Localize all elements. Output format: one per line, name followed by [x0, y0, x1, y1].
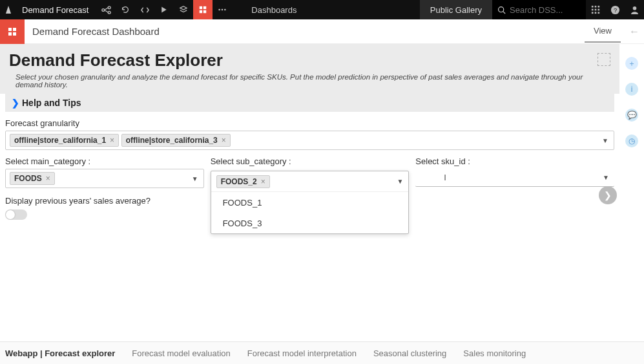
- sub-category-option[interactable]: FOODS_1: [211, 192, 409, 213]
- run-icon[interactable]: [154, 0, 174, 19]
- svg-rect-23: [8, 28, 12, 31]
- remove-chip-icon[interactable]: ×: [261, 177, 265, 186]
- slide-tab[interactable]: Seasonal clustering: [373, 348, 446, 358]
- remove-chip-icon[interactable]: ×: [222, 136, 226, 145]
- remove-chip-icon[interactable]: ×: [46, 174, 50, 183]
- main-category-select[interactable]: FOODS × ▼: [5, 169, 204, 188]
- slide-tab[interactable]: Forecast model interpretation: [247, 348, 357, 358]
- project-name-label[interactable]: Demand Forecast: [19, 5, 96, 15]
- chevron-down-icon: ▼: [602, 137, 608, 144]
- svg-rect-3: [200, 6, 202, 9]
- svg-point-22: [632, 6, 636, 10]
- svg-rect-26: [13, 32, 16, 36]
- flow-icon[interactable]: [96, 0, 116, 19]
- sku-label: Select sku_id :: [415, 156, 614, 166]
- refresh-icon[interactable]: [116, 0, 135, 19]
- app-logo-icon[interactable]: [0, 0, 19, 19]
- dashboard-title: Demand Forecast Dashboard: [25, 26, 160, 37]
- main-category-chip[interactable]: FOODS ×: [10, 172, 55, 185]
- svg-point-0: [102, 8, 105, 11]
- slide-tab[interactable]: Forecast model evaluation: [132, 348, 230, 358]
- chevron-down-icon: ▼: [397, 178, 403, 185]
- dashboard-icon[interactable]: [193, 0, 213, 19]
- chat-circle-icon[interactable]: 💬: [625, 109, 638, 122]
- chevron-down-icon: ▼: [192, 175, 198, 182]
- svg-rect-25: [8, 32, 12, 36]
- svg-point-2: [108, 11, 110, 14]
- chevron-down-icon: ▼: [603, 174, 609, 181]
- apps-grid-icon[interactable]: [586, 0, 605, 19]
- sub-category-select-open[interactable]: FOODS_2 × ▼ FOODS_1 FOODS_3: [211, 171, 410, 234]
- help-tips-toggle[interactable]: ❯ Help and Tips: [5, 94, 614, 112]
- svg-rect-16: [598, 9, 600, 11]
- svg-rect-13: [598, 6, 600, 8]
- svg-text:?: ?: [613, 7, 616, 14]
- dashboard-header: Demand Forecast Dashboard View ←: [0, 19, 644, 44]
- sales-average-toggle[interactable]: [5, 209, 27, 220]
- top-nav-bar: Demand Forecast Dashboards Public Galler…: [0, 0, 644, 19]
- svg-rect-6: [203, 10, 206, 13]
- sub-category-chip[interactable]: FOODS_2 ×: [216, 175, 270, 188]
- public-gallery-link[interactable]: Public Gallery: [420, 0, 492, 19]
- panel-description: Select your chosen granularity and analy…: [9, 70, 610, 91]
- slide-tabs: Webapp | Forecast explorer Forecast mode…: [0, 341, 644, 364]
- main-content: Demand Forecast Explorer Select your cho…: [0, 44, 619, 341]
- help-icon[interactable]: ?: [605, 0, 625, 19]
- granularity-chip[interactable]: offline|store_california_1 ×: [10, 134, 119, 147]
- remove-chip-icon[interactable]: ×: [110, 136, 114, 145]
- search-icon: [497, 6, 506, 14]
- search-input[interactable]: [510, 5, 581, 15]
- svg-rect-5: [200, 10, 202, 13]
- svg-point-10: [499, 6, 504, 12]
- svg-rect-24: [13, 28, 16, 31]
- svg-rect-11: [592, 6, 594, 8]
- expand-icon[interactable]: [597, 53, 610, 66]
- code-icon[interactable]: [135, 0, 154, 19]
- more-icon[interactable]: [213, 0, 232, 19]
- next-slide-button[interactable]: ❯: [599, 186, 617, 204]
- dashboard-tile-icon[interactable]: [0, 19, 25, 44]
- slide-tab[interactable]: Webapp | Forecast explorer: [5, 348, 115, 358]
- sku-select[interactable]: I ▼: [415, 169, 614, 187]
- svg-point-7: [219, 9, 221, 11]
- clock-circle-icon[interactable]: ◷: [625, 134, 638, 147]
- global-search[interactable]: [492, 0, 586, 19]
- svg-rect-17: [592, 12, 594, 14]
- svg-rect-12: [595, 6, 597, 8]
- svg-rect-14: [592, 9, 594, 11]
- svg-rect-19: [598, 12, 600, 14]
- sub-category-option[interactable]: FOODS_3: [211, 213, 409, 233]
- text-cursor-icon: I: [444, 173, 446, 182]
- granularity-chip[interactable]: offline|store_california_3 ×: [121, 134, 231, 147]
- svg-point-8: [222, 9, 223, 11]
- granularity-select[interactable]: offline|store_california_1 × offline|sto…: [5, 131, 614, 150]
- help-tips-label: Help and Tips: [22, 98, 81, 108]
- collapse-arrow-icon[interactable]: ←: [625, 26, 644, 37]
- info-circle-icon[interactable]: i: [625, 83, 638, 96]
- main-category-label: Select main_category :: [5, 156, 204, 166]
- svg-rect-18: [595, 12, 597, 14]
- add-circle-icon[interactable]: ＋: [625, 57, 638, 70]
- user-avatar-icon[interactable]: [625, 0, 644, 19]
- granularity-label: Forecast granularity: [5, 118, 614, 128]
- stack-icon[interactable]: [174, 0, 193, 19]
- right-rail: ＋ i 💬 ◷: [619, 44, 644, 341]
- chevron-right-icon: ❯: [12, 98, 19, 108]
- panel-header: Demand Forecast Explorer Select your cho…: [0, 44, 619, 94]
- breadcrumb-dashboards[interactable]: Dashboards: [232, 5, 316, 15]
- svg-rect-15: [595, 9, 597, 11]
- svg-point-9: [224, 9, 226, 11]
- sub-category-label: Select sub_category :: [211, 156, 410, 166]
- view-mode-button[interactable]: View: [585, 21, 621, 43]
- svg-point-1: [108, 6, 110, 8]
- slide-tab[interactable]: Sales monitoring: [463, 348, 526, 358]
- panel-title: Demand Forecast Explorer: [9, 50, 610, 70]
- svg-rect-4: [203, 6, 206, 9]
